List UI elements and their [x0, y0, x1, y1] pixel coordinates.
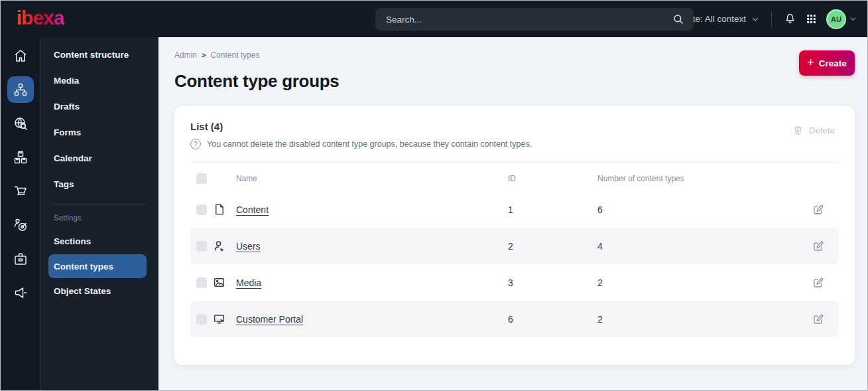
delete-button[interactable]: Delete [792, 125, 835, 136]
delete-button-label: Delete [809, 125, 835, 135]
group-link: Users [229, 241, 508, 252]
content-tree-icon[interactable] [7, 76, 34, 103]
row-checkbox[interactable] [196, 241, 207, 252]
edit-icon [812, 313, 824, 325]
group-name-link[interactable]: Users [236, 241, 261, 252]
app-window: ibexa Site: All context [0, 0, 868, 391]
sidebar-divider [52, 204, 147, 204]
edit-icon [812, 204, 824, 216]
column-header-id: ID [508, 174, 597, 183]
sidebar-item-tags[interactable]: Tags [40, 171, 158, 197]
breadcrumb-separator: > [202, 51, 206, 59]
group-link: Content [229, 204, 508, 215]
group-count: 2 [597, 314, 812, 325]
content-type-groups-table: Name ID Number of content types [190, 161, 839, 337]
sidebar-item-media[interactable]: Media [40, 68, 158, 94]
search-icon[interactable] [672, 13, 684, 25]
sidebar-item-object-states[interactable]: Object States [40, 278, 158, 304]
edit-icon [812, 240, 824, 252]
table-row: Customer Portal 6 2 [190, 301, 839, 337]
chevron-down-icon [849, 15, 857, 23]
column-header-count: Number of content types [597, 174, 812, 183]
topbar-controls: Site: All context [668, 9, 857, 29]
main-content: Admin > Content types + Create Content t… [158, 37, 867, 391]
edit-icon [812, 277, 824, 289]
global-search [375, 8, 694, 31]
search-input[interactable] [375, 8, 694, 31]
group-name-link[interactable]: Media [236, 277, 261, 288]
list-count-title: List (4) [190, 121, 839, 132]
card-header: List (4) ? You cannot delete the disable… [190, 121, 839, 149]
sidebar-item-drafts[interactable]: Drafts [40, 94, 158, 119]
user-menu[interactable]: AU [826, 9, 857, 29]
ibexa-logo[interactable]: ibexa [17, 8, 64, 31]
group-count: 6 [597, 204, 812, 215]
create-button[interactable]: + Create [799, 50, 855, 76]
table-row: Media 3 2 [190, 264, 839, 301]
app-switcher-button[interactable] [806, 13, 817, 25]
table-row: Users 2 4 [190, 228, 839, 264]
table-header-row: Name ID Number of content types [190, 166, 839, 191]
column-header-name: Name [229, 174, 508, 183]
hint-text: You cannot delete the disabled content t… [207, 139, 532, 149]
edit-row-button[interactable] [812, 313, 839, 325]
breadcrumb-current: Content types [210, 50, 259, 60]
edit-row-button[interactable] [812, 277, 839, 289]
personalization-target-icon[interactable] [7, 212, 34, 238]
topbar-divider [771, 11, 772, 27]
site-context-label: Site: All context [685, 14, 746, 24]
site-search-icon[interactable] [7, 110, 34, 137]
sidebar-item-forms[interactable]: Forms [40, 119, 158, 145]
content-type-groups-card: List (4) ? You cannot delete the disable… [174, 106, 855, 365]
commerce-cart-icon[interactable] [7, 178, 34, 204]
group-count: 2 [597, 277, 812, 288]
edit-row-button[interactable] [812, 240, 839, 252]
page-blocks-icon[interactable] [7, 144, 34, 171]
group-id: 6 [508, 314, 597, 325]
sidebar-item-sections[interactable]: Sections [40, 228, 158, 254]
sidebar-item-content-structure[interactable]: Content structure [40, 42, 158, 68]
sidebar-menu: Content structure Media Drafts Forms Cal… [40, 37, 158, 391]
file-icon [213, 203, 229, 216]
sidebar-item-content-types[interactable]: Content types [48, 254, 147, 278]
row-checkbox[interactable] [196, 204, 207, 215]
marketing-megaphone-icon[interactable] [7, 279, 34, 306]
avatar: AU [826, 9, 846, 29]
app-grid-icon [806, 13, 817, 25]
breadcrumb-admin[interactable]: Admin [174, 50, 197, 60]
trash-icon [792, 125, 804, 136]
user-icon [213, 240, 229, 252]
hint-row: ? You cannot delete the disabled content… [190, 139, 839, 149]
page-title: Content type groups [174, 71, 855, 92]
table-row: Content 1 6 [190, 191, 839, 228]
topbar: ibexa Site: All context [1, 1, 867, 37]
notifications-button[interactable] [784, 13, 796, 25]
group-link: Media [229, 277, 508, 288]
row-checkbox[interactable] [196, 277, 207, 288]
breadcrumb: Admin > Content types [174, 50, 855, 60]
sidebar-item-calendar[interactable]: Calendar [40, 145, 158, 171]
group-id: 2 [508, 241, 597, 252]
settings-section-label: Settings [40, 211, 158, 228]
row-checkbox[interactable] [196, 314, 207, 325]
icon-rail [1, 37, 40, 391]
home-icon[interactable] [7, 42, 34, 69]
group-link: Customer Portal [229, 314, 508, 325]
group-name-link[interactable]: Customer Portal [236, 314, 303, 325]
group-name-link[interactable]: Content [236, 204, 269, 215]
edit-row-button[interactable] [812, 204, 839, 216]
create-button-label: Create [819, 58, 847, 68]
plus-icon: + [807, 56, 814, 68]
group-count: 4 [597, 241, 812, 252]
group-id: 1 [508, 204, 597, 215]
select-all-checkbox[interactable] [196, 173, 207, 184]
group-id: 3 [508, 277, 597, 288]
chevron-down-icon [751, 15, 759, 23]
monitor-icon [213, 313, 229, 325]
image-icon [213, 276, 229, 289]
product-catalog-icon[interactable] [7, 246, 34, 272]
help-icon: ? [190, 139, 201, 149]
bell-icon [784, 13, 796, 25]
